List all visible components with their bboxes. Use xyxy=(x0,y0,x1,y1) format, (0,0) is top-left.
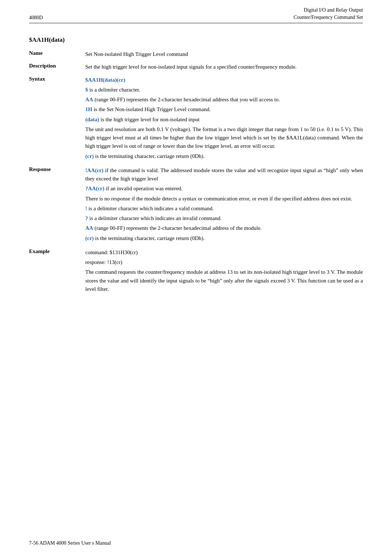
example-row: Example command: $131H30(cr) response: !… xyxy=(29,248,363,299)
page: 4080D Digital I/O and Relay Output Count… xyxy=(0,0,392,557)
syntax-command-blue: $AA1H(data)(cr) xyxy=(85,77,125,83)
syntax-label: Syntax xyxy=(29,76,85,166)
syntax-content: $AA1H(data)(cr) $ is a delimiter charact… xyxy=(85,76,363,166)
header-right-line1: Digital I/O and Relay Output xyxy=(294,7,363,14)
response-row: Response !AA(cr) if the command is valid… xyxy=(29,166,363,248)
command-title: $AA1H(data) xyxy=(29,36,363,44)
syntax-row: Syntax $AA1H(data)(cr) $ is a delimiter … xyxy=(29,76,363,166)
syntax-aa-1: AA xyxy=(85,97,93,102)
header-left: 4080D xyxy=(29,15,43,21)
header-right: Digital I/O and Relay Output Counter/Fre… xyxy=(294,7,363,21)
response-valid-blue: !AA(cr) xyxy=(85,167,103,173)
example-response: response: !13(cr) xyxy=(85,258,363,267)
response-aa-blue: AA xyxy=(85,225,93,231)
syntax-data: (data) xyxy=(85,117,99,122)
response-content: !AA(cr) if the command is valid. The add… xyxy=(85,166,363,248)
description-row: Description Set the high trigger level f… xyxy=(29,63,363,76)
response-exclaim-icon: ! xyxy=(85,206,87,211)
description-label: Description xyxy=(29,63,85,76)
syntax-body-text: The unit and resolution are both 0.1 V (… xyxy=(85,125,363,151)
response-invalid-blue: ?AA(cr) xyxy=(85,186,104,191)
content-table: Name Set Non-isolated High Trigger Level… xyxy=(29,50,363,299)
name-label: Name xyxy=(29,50,85,63)
page-footer: 7-56 ADAM 4000 Series User s Manual xyxy=(29,540,363,546)
syntax-dollar-icon: $ xyxy=(85,87,88,93)
response-label: Response xyxy=(29,166,85,248)
response-no-response-text: There is no response if the module detec… xyxy=(85,195,363,203)
example-text: The command requests the counter/frequen… xyxy=(85,268,363,293)
example-command: command: $131H30(cr) xyxy=(85,248,363,257)
footer-text: 7-56 ADAM 4000 Series User s Manual xyxy=(29,540,111,546)
example-content: command: $131H30(cr) response: !13(cr) T… xyxy=(85,248,363,299)
syntax-1h: 1H xyxy=(85,106,92,112)
response-cr: (cr) xyxy=(85,235,94,241)
description-value: Set the high trigger level for non-isola… xyxy=(85,63,363,76)
name-row: Name Set Non-isolated High Trigger Level… xyxy=(29,50,363,63)
syntax-cr: (cr) xyxy=(85,153,94,159)
page-header: 4080D Digital I/O and Relay Output Count… xyxy=(29,0,363,23)
name-value: Set Non-isolated High Trigger Level comm… xyxy=(85,50,363,63)
header-right-line2: Counter/Frequency Command Set xyxy=(294,14,363,21)
example-label: Example xyxy=(29,248,85,299)
response-question-icon: ? xyxy=(85,215,88,221)
